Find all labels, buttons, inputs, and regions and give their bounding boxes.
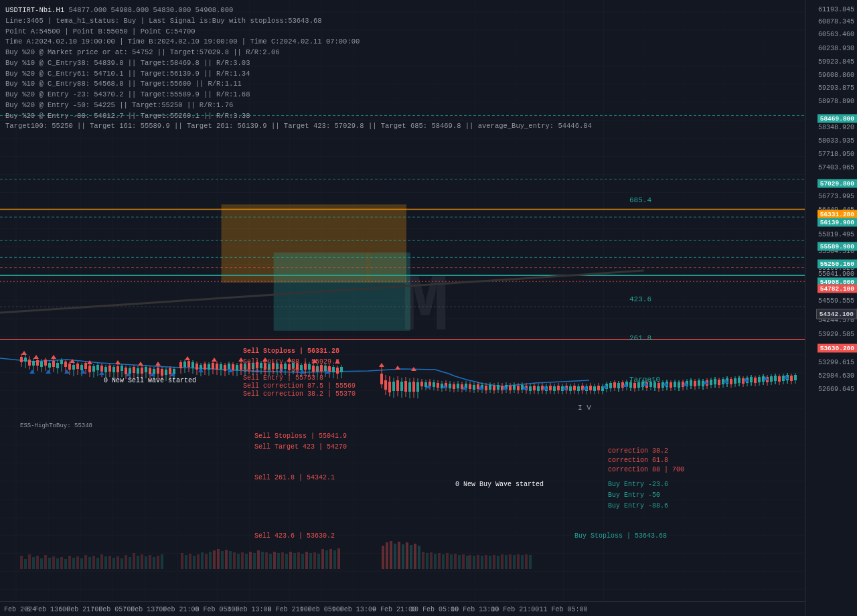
svg-rect-556 [410,545,412,569]
svg-rect-526 [249,552,252,569]
svg-rect-575 [485,555,487,569]
svg-rect-477 [36,556,39,569]
svg-rect-129 [169,368,171,374]
svg-rect-133 [179,362,182,368]
svg-rect-511 [189,554,191,569]
price-52669: 52669.645 [818,386,854,393]
svg-rect-391 [734,378,736,384]
price-box-54342: 54342.100 [816,309,857,319]
svg-rect-550 [386,542,388,569]
svg-rect-533 [277,553,280,569]
price-box-58469: 58469.800 [817,114,857,123]
svg-rect-111 [133,367,135,373]
svg-rect-567 [454,554,457,569]
svg-marker-430 [185,356,190,360]
svg-rect-371 [694,381,696,386]
price-58033: 58033.935 [818,137,854,144]
svg-rect-555 [406,542,408,569]
svg-rect-570 [466,556,469,569]
svg-rect-491 [92,556,95,569]
svg-rect-59 [28,360,31,366]
price-57718: 57718.950 [818,151,854,158]
svg-rect-532 [273,552,276,569]
buy-stoploss-label: Buy Stoploss | 53643.68 [574,532,667,540]
svg-rect-237 [424,382,427,387]
buy-entry-23: Buy %20 @ Entry -23: 54370.2 || Target:5… [5,90,592,100]
svg-rect-369 [690,380,692,386]
svg-rect-562 [434,554,437,569]
svg-rect-341 [633,383,636,388]
sell-stoploss-lower: Sell Stoploss | 55041.9 [254,433,347,440]
price-53299: 53299.615 [818,358,854,366]
svg-rect-259 [469,384,471,389]
svg-rect-331 [613,382,616,388]
price-box-53630: 53630.200 [817,343,857,352]
svg-marker-442 [64,370,70,374]
svg-rect-383 [718,380,720,385]
svg-rect-571 [469,555,471,569]
svg-rect-565 [446,553,449,569]
time-10feb-21: 10 Feb 21:00 [491,606,539,613]
svg-rect-480 [48,558,51,569]
svg-rect-125 [161,369,163,376]
svg-marker-428 [138,362,143,366]
svg-rect-531 [269,554,272,569]
svg-rect-319 [589,386,592,390]
svg-rect-63 [36,360,39,366]
svg-rect-529 [261,552,264,569]
svg-rect-83 [76,364,79,369]
svg-rect-496 [112,558,115,569]
svg-rect-549 [382,546,384,569]
svg-rect-522 [233,552,236,569]
svg-rect-299 [549,386,552,390]
svg-rect-119 [149,368,151,374]
svg-rect-509 [181,553,183,569]
svg-rect-495 [108,556,111,569]
svg-rect-115 [141,368,143,374]
line1: Line:3465 | tema_h1_status: Buy | Last S… [5,16,592,27]
svg-rect-488 [80,558,83,569]
svg-rect-291 [533,386,536,390]
svg-marker-441 [46,370,51,374]
svg-rect-563 [438,553,441,569]
svg-rect-65 [40,362,43,367]
iv-marker: I V [578,404,591,412]
svg-rect-223 [396,380,399,391]
svg-rect-85 [80,365,83,370]
svg-rect-233 [416,382,419,392]
sell-entry-label: Sell Entry | 55753.8 [243,374,323,382]
svg-rect-159 [232,364,234,370]
svg-rect-81 [72,365,75,370]
info-overlay: USDTIRT-Nbi.H1 54877.000 54908.000 54830… [5,5,592,132]
svg-rect-581 [509,554,512,569]
svg-rect-540 [305,552,308,569]
svg-rect-221 [392,382,395,391]
svg-rect-573 [477,555,479,569]
svg-rect-379 [710,380,712,385]
price-axis: 61193.845 60878.345 60563.460 60238.930 … [805,0,857,616]
svg-rect-209 [332,367,335,372]
svg-rect-311 [573,386,576,390]
svg-rect-411 [774,376,777,381]
svg-rect-89 [88,366,91,372]
svg-rect-215 [380,374,383,384]
svg-rect-217 [384,380,387,390]
svg-rect-486 [72,558,75,569]
svg-rect-97 [104,367,107,372]
sell-423-label: Sell 423.6 | 53630.2 [254,532,335,540]
price-58978: 58978.890 [818,97,854,104]
svg-rect-313 [577,386,580,391]
label-target0: Target0 [629,376,660,384]
price-54559: 54559.555 [818,297,854,304]
svg-rect-333 [617,383,620,388]
svg-rect-524 [241,552,244,569]
svg-rect-243 [437,383,439,388]
svg-rect-560 [426,553,428,569]
svg-marker-424 [51,355,56,359]
svg-rect-482 [56,558,59,569]
svg-rect-273 [497,385,499,390]
svg-rect-541 [309,553,312,569]
svg-rect-484 [64,559,67,569]
svg-rect-553 [398,542,400,569]
buy-zone-right [370,252,410,331]
